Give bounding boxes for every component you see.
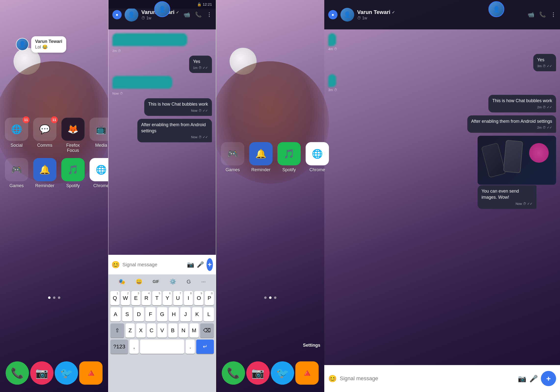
key-y[interactable]: 6Y [163, 291, 172, 305]
chrome-icon-img[interactable]: 🌐 [90, 158, 108, 181]
app-spotify[interactable]: 🎵 Spotify [61, 158, 85, 188]
msg-text: After enabling them from Android setting… [471, 118, 552, 124]
period-key[interactable]: . [186, 340, 195, 354]
key-f[interactable]: F [145, 307, 156, 321]
right-voice-call-icon[interactable]: 📞 [539, 12, 546, 18]
middle-contact-avatar: 👤 [125, 8, 138, 22]
key-o[interactable]: 9O [194, 291, 203, 305]
key-v[interactable]: V [157, 323, 167, 338]
video-call-icon[interactable]: 📹 [183, 12, 190, 18]
space-key[interactable] [140, 340, 184, 354]
emoji-button[interactable]: 😊 [111, 261, 120, 269]
reminder-icon-img[interactable]: 🔔 [33, 158, 56, 181]
key-t[interactable]: 5T [152, 291, 161, 305]
firefox-label: Firefox Focus [61, 143, 85, 153]
games-icon-img[interactable]: 🎮 [5, 158, 28, 181]
comms-icon-img[interactable]: 💬 11 [33, 118, 56, 141]
kb-sticker-tool[interactable]: 😀 [136, 279, 142, 285]
camera-button[interactable]: 📷 [187, 261, 194, 268]
kb-gif-tool[interactable]: GIF [153, 280, 159, 284]
social-icon-img[interactable]: 🌐 11 [5, 118, 28, 141]
app-social[interactable]: 🌐 11 Social [5, 118, 28, 153]
right-msg-time-4: 2m ⏱ ✓✓ [492, 105, 552, 110]
key-l[interactable]: L [204, 307, 214, 321]
shift-key[interactable]: ⇧ [110, 323, 124, 338]
key-q[interactable]: 1Q [110, 291, 119, 305]
right-app-spotify[interactable]: 🎵 Spotify [277, 142, 301, 172]
key-g[interactable]: G [157, 307, 167, 321]
enter-key[interactable]: ↵ [196, 340, 214, 354]
right-send-button[interactable]: + [541, 371, 556, 386]
app-firefox[interactable]: 🦊 Firefox Focus [61, 118, 85, 153]
games-label: Games [9, 183, 24, 188]
right-dock-twitter[interactable]: 🐦 [271, 361, 294, 385]
right-contact-status: ⏱ 1w [357, 16, 525, 20]
app-media[interactable]: 📺 Media [90, 118, 108, 153]
spotify-label: Spotify [66, 183, 80, 188]
right-dock-camera[interactable]: 📷 [246, 361, 270, 385]
key-u[interactable]: 7U [173, 291, 182, 305]
right-dock-phone[interactable]: 📞 [222, 361, 245, 385]
key-a[interactable]: A [110, 307, 121, 321]
right-msg-incoming-1 [328, 33, 336, 46]
key-n[interactable]: N [179, 323, 188, 338]
right-mic-button[interactable]: 🎤 [529, 375, 538, 383]
app-chrome[interactable]: 🌐 Chrome [90, 158, 108, 188]
right-spotify-icon[interactable]: 🎵 [277, 142, 301, 165]
right-msg-time-2: 3m ⏱ ✓✓ [537, 64, 552, 68]
dock-camera[interactable]: 📷 [30, 361, 53, 385]
backspace-key[interactable]: ⌫ [200, 323, 214, 338]
key-r[interactable]: 4R [142, 291, 151, 305]
spotify-icon-img[interactable]: 🎵 [61, 158, 85, 181]
key-i[interactable]: 8I [184, 291, 193, 305]
media-icon-img[interactable]: 📺 [90, 118, 108, 141]
send-button[interactable]: + [207, 258, 213, 271]
right-reminder-icon[interactable]: 🔔 [249, 142, 273, 165]
firefox-icon-img[interactable]: 🦊 [61, 118, 85, 141]
message-input[interactable] [122, 262, 184, 268]
key-h[interactable]: H [169, 307, 179, 321]
right-app-reminder[interactable]: 🔔 Reminder [249, 142, 273, 172]
symbols-key[interactable]: ?123 [110, 340, 128, 354]
key-s[interactable]: S [122, 307, 132, 321]
msg-time-3: Now ⏱ [112, 92, 212, 95]
app-games[interactable]: 🎮 Games [5, 158, 28, 188]
comma-key[interactable]: , [130, 340, 138, 354]
right-dock-navigate[interactable]: 🔺 [295, 361, 319, 385]
right-games-icon[interactable]: 🎮 [221, 142, 244, 165]
mic-button[interactable]: 🎤 [197, 261, 204, 268]
key-c[interactable]: C [147, 323, 156, 338]
chat-notification[interactable]: 👤 Varun Tewari Lol 😂 [16, 36, 66, 53]
right-more-options-icon[interactable]: ⋮ [551, 12, 556, 18]
key-e[interactable]: 3E [131, 291, 141, 305]
kb-more-tool[interactable]: ··· [201, 279, 206, 285]
kb-translate-tool[interactable]: G [187, 279, 191, 285]
more-options-icon[interactable]: ⋮ [207, 12, 212, 18]
app-reminder[interactable]: 🔔 Reminder [33, 158, 56, 188]
dock-phone[interactable]: 📞 [6, 361, 29, 385]
dock-navigate[interactable]: 🔺 [79, 361, 103, 385]
reminder-label: Reminder [35, 183, 54, 188]
kb-emoji-tool[interactable]: 🎭 [118, 279, 125, 285]
right-msg-android: After enabling them from Android setting… [467, 115, 556, 133]
key-j[interactable]: J [180, 307, 191, 321]
key-m[interactable]: M [190, 323, 199, 338]
dock-twitter[interactable]: 🐦 [55, 361, 78, 385]
key-k[interactable]: K [192, 307, 202, 321]
notification-bubble: Varun Tewari Lol 😂 [31, 36, 66, 53]
right-emoji-button[interactable]: 😊 [328, 375, 337, 383]
voice-call-icon[interactable]: 📞 [195, 12, 202, 18]
right-app-games[interactable]: 🎮 Games [221, 142, 244, 172]
key-p[interactable]: 0P [205, 291, 214, 305]
right-video-call-icon[interactable]: 📹 [528, 12, 534, 18]
key-d[interactable]: D [134, 307, 144, 321]
key-w[interactable]: 2W [121, 291, 130, 305]
key-b[interactable]: B [168, 323, 177, 338]
key-z[interactable]: Z [126, 323, 135, 338]
app-comms[interactable]: 💬 11 Comms [33, 118, 56, 153]
kb-settings-tool[interactable]: ⚙️ [169, 279, 176, 285]
msg-text: Yes [193, 59, 208, 65]
right-message-input[interactable] [340, 375, 515, 382]
right-camera-button[interactable]: 📷 [518, 375, 526, 383]
key-x[interactable]: X [136, 323, 145, 338]
